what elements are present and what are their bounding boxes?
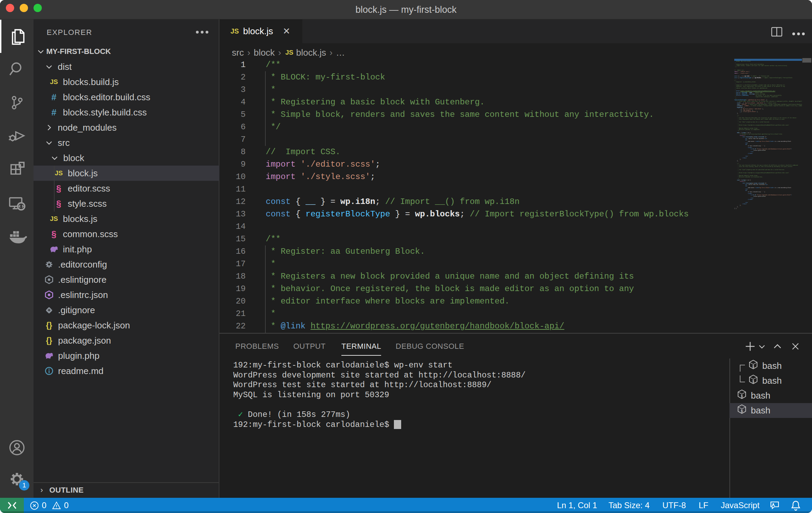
svg-text:$: $ <box>752 365 754 369</box>
svg-text:$: $ <box>752 380 754 384</box>
svg-text:$: $ <box>741 395 743 399</box>
svg-text:$: $ <box>741 410 743 413</box>
